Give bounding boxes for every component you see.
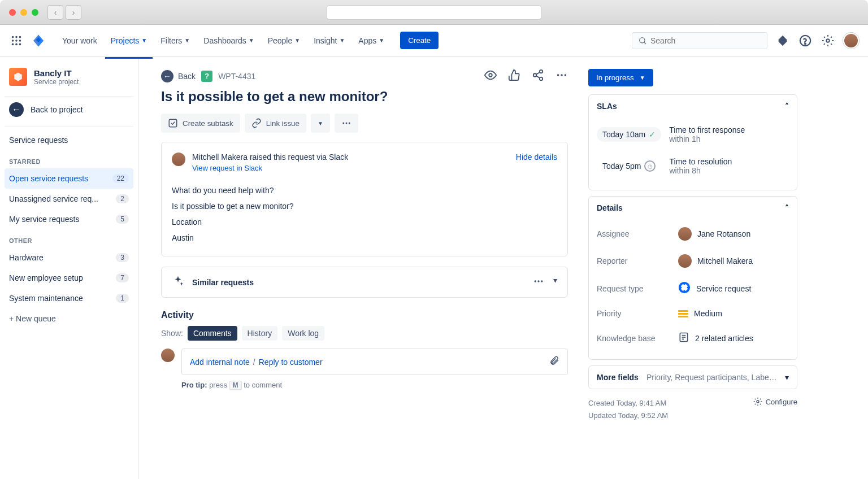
- status-label: In progress: [596, 73, 634, 82]
- details-header[interactable]: Details˄: [589, 197, 797, 219]
- view-in-slack-link[interactable]: View request in Slack: [192, 164, 509, 172]
- sidebar-item-new-employee[interactable]: New employee setup7: [5, 268, 133, 288]
- nav-dashboards[interactable]: Dashboards▼: [198, 32, 259, 50]
- similar-requests-panel[interactable]: Similar requests ▾: [161, 267, 568, 298]
- project-name: Bancly IT: [34, 68, 79, 78]
- maximize-window-icon[interactable]: [32, 9, 38, 16]
- new-queue-button[interactable]: + New queue: [5, 308, 133, 329]
- create-button[interactable]: Create: [400, 32, 439, 49]
- jira-logo-icon[interactable]: [32, 34, 45, 47]
- settings-icon[interactable]: [821, 33, 835, 48]
- notifications-icon[interactable]: [775, 33, 790, 48]
- sidebar-section-other: OTHER: [5, 229, 133, 247]
- comment-input[interactable]: Add internal note / Reply to customer: [181, 349, 568, 375]
- tab-history[interactable]: History: [242, 326, 278, 341]
- sidebar-item-label: My service requests: [9, 215, 79, 224]
- svg-point-34: [687, 286, 689, 289]
- share-icon[interactable]: [532, 69, 544, 83]
- svg-point-28: [537, 280, 539, 282]
- tab-work-log[interactable]: Work log: [282, 326, 324, 341]
- hide-details-toggle[interactable]: Hide details: [516, 153, 557, 162]
- more-actions-icon[interactable]: [555, 69, 568, 83]
- link-issue-dropdown[interactable]: ▼: [311, 114, 330, 133]
- browser-forward-button[interactable]: ›: [66, 5, 81, 20]
- sla-time-badge: Today 5pm◷: [597, 158, 661, 175]
- svg-point-14: [489, 73, 492, 77]
- app-switcher-icon[interactable]: [9, 33, 24, 48]
- sidebar-item-system-maintenance[interactable]: System maintenance1: [5, 288, 133, 308]
- sidebar-item-my-requests[interactable]: My service requests5: [5, 209, 133, 229]
- sidebar: Bancly IT Service project ← Back to proj…: [0, 56, 138, 479]
- back-link[interactable]: ← Back: [161, 70, 196, 82]
- activity-heading: Activity: [161, 310, 568, 320]
- nav-apps[interactable]: Apps▼: [353, 32, 390, 50]
- link-issue-button[interactable]: Link issue: [245, 114, 306, 133]
- detail-value: Mitchell Makera: [697, 256, 753, 265]
- sidebar-item-hardware[interactable]: Hardware3: [5, 247, 133, 268]
- detail-request-type[interactable]: Request typeService request: [597, 275, 789, 302]
- svg-point-13: [826, 39, 830, 42]
- more-icon[interactable]: [533, 276, 544, 289]
- detail-assignee[interactable]: AssigneeJane Rotanson: [597, 220, 789, 247]
- detail-label: Knowledge base: [597, 334, 670, 343]
- detail-reporter[interactable]: ReporterMitchell Makera: [597, 247, 789, 275]
- sidebar-service-requests[interactable]: Service requests: [5, 130, 133, 150]
- add-internal-note-link[interactable]: Add internal note: [190, 358, 250, 367]
- search-box[interactable]: [632, 32, 767, 49]
- nav-filters-label: Filters: [160, 36, 182, 45]
- more-toolbar-button[interactable]: [335, 114, 358, 133]
- detail-value: Jane Rotanson: [697, 229, 750, 238]
- status-dropdown[interactable]: In progress▼: [588, 69, 653, 86]
- sidebar-item-label: System maintenance: [9, 294, 83, 303]
- chevron-down-icon: ▼: [379, 37, 384, 43]
- slas-header[interactable]: SLAs˄: [589, 95, 797, 117]
- watch-icon[interactable]: [484, 69, 497, 83]
- back-to-project-label: Back to project: [31, 105, 83, 114]
- url-bar[interactable]: [327, 5, 541, 20]
- chevron-down-icon: ▼: [294, 37, 300, 43]
- detail-priority[interactable]: PriorityMedium: [597, 302, 789, 325]
- svg-point-20: [557, 74, 559, 76]
- issue-title[interactable]: Is it possible to get a new monitor?: [161, 89, 568, 104]
- like-icon[interactable]: [508, 69, 520, 83]
- tab-comments[interactable]: Comments: [188, 326, 237, 341]
- reply-to-customer-link[interactable]: Reply to customer: [259, 358, 323, 367]
- svg-line-19: [536, 76, 540, 78]
- sidebar-item-unassigned[interactable]: Unassigned service req...2: [5, 189, 133, 209]
- browser-back-button[interactable]: ‹: [47, 5, 63, 20]
- divider: [5, 126, 133, 127]
- panel-title: Details: [597, 203, 623, 212]
- search-input[interactable]: [650, 36, 761, 45]
- issue-key[interactable]: WPT-4431: [218, 72, 255, 81]
- chevron-down-icon: ▼: [184, 37, 190, 43]
- checkmark-icon: ✓: [649, 130, 656, 139]
- nav-people[interactable]: People▼: [262, 32, 306, 50]
- minimize-window-icon[interactable]: [20, 9, 27, 16]
- chevron-down-icon[interactable]: ▾: [553, 276, 557, 289]
- create-subtask-button[interactable]: Create subtask: [161, 114, 240, 133]
- detail-knowledge-base[interactable]: Knowledge base2 related articles: [597, 325, 789, 351]
- svg-point-22: [565, 74, 567, 76]
- slas-panel: SLAs˄ Today 10am✓ Time to first response…: [588, 94, 797, 190]
- help-icon[interactable]: [798, 33, 813, 48]
- nav-filters[interactable]: Filters▼: [155, 32, 196, 50]
- back-label: Back: [178, 72, 196, 81]
- project-header[interactable]: Bancly IT Service project: [5, 66, 133, 93]
- more-fields-panel[interactable]: More fields Priority, Request participan…: [588, 365, 797, 389]
- configure-link[interactable]: Configure: [753, 397, 797, 406]
- close-window-icon[interactable]: [9, 9, 16, 16]
- user-avatar[interactable]: [843, 33, 859, 49]
- nav-insight[interactable]: Insight▼: [308, 32, 350, 50]
- svg-point-16: [533, 73, 537, 77]
- nav-projects[interactable]: Projects▼: [105, 32, 153, 50]
- request-field-value: Is it possible to get a new monitor?: [172, 198, 557, 214]
- attachment-icon[interactable]: [549, 356, 559, 368]
- show-label: Show:: [161, 329, 183, 338]
- sidebar-item-open-requests[interactable]: Open service requests22: [5, 168, 133, 189]
- svg-point-26: [349, 123, 350, 124]
- svg-point-29: [541, 280, 542, 282]
- svg-point-39: [757, 400, 759, 403]
- chevron-down-icon: ▼: [249, 37, 254, 43]
- back-to-project[interactable]: ← Back to project: [5, 96, 133, 123]
- nav-your-work[interactable]: Your work: [57, 32, 103, 50]
